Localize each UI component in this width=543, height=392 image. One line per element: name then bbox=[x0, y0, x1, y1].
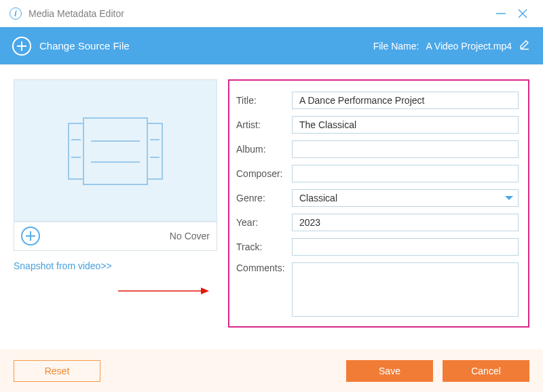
title-label: Title: bbox=[236, 95, 292, 106]
title-input[interactable] bbox=[292, 92, 519, 109]
composer-label: Composer: bbox=[236, 168, 292, 179]
snapshot-from-video-link[interactable]: Snapshot from video>> bbox=[14, 260, 112, 271]
cancel-button[interactable]: Cancel bbox=[443, 360, 529, 382]
app-title: Media Metadata Editor bbox=[29, 8, 490, 19]
no-cover-label: No Cover bbox=[170, 231, 210, 241]
content-area: No Cover Snapshot from video>> Title: Ar… bbox=[0, 64, 543, 349]
footer-bar: Reset Save Cancel bbox=[0, 349, 543, 392]
svg-marker-5 bbox=[201, 288, 209, 294]
cover-column: No Cover Snapshot from video>> bbox=[14, 79, 217, 349]
artist-input[interactable] bbox=[292, 116, 519, 134]
metadata-form-highlight: Title: Artist: Album: Composer: Genre: bbox=[228, 79, 529, 328]
comments-label: Comments: bbox=[236, 262, 292, 273]
file-name-label: File Name: bbox=[373, 41, 419, 52]
film-frame-icon bbox=[68, 117, 163, 185]
track-label: Track: bbox=[236, 241, 292, 252]
year-label: Year: bbox=[236, 217, 292, 228]
change-source-file-button[interactable]: Change Source File bbox=[12, 37, 130, 56]
album-label: Album: bbox=[236, 144, 292, 155]
cover-box: No Cover bbox=[14, 79, 217, 251]
add-cover-button[interactable] bbox=[21, 227, 40, 246]
genre-select-value[interactable] bbox=[292, 189, 519, 207]
info-icon: i bbox=[10, 7, 22, 20]
genre-select[interactable] bbox=[292, 189, 519, 207]
genre-label: Genre: bbox=[236, 193, 292, 203]
edit-filename-button[interactable] bbox=[519, 39, 531, 53]
change-source-label: Change Source File bbox=[39, 40, 130, 52]
file-name-value: A Video Project.mp4 bbox=[426, 41, 512, 52]
cover-bottom-bar: No Cover bbox=[14, 221, 217, 250]
track-input[interactable] bbox=[292, 238, 519, 256]
album-input[interactable] bbox=[292, 140, 519, 158]
file-name-section: File Name: A Video Project.mp4 bbox=[373, 39, 531, 53]
toolbar: Change Source File File Name: A Video Pr… bbox=[0, 27, 543, 64]
comments-input[interactable] bbox=[292, 262, 519, 317]
plus-icon bbox=[12, 37, 31, 56]
minimize-button[interactable] bbox=[490, 3, 512, 24]
metadata-form-column: Title: Artist: Album: Composer: Genre: bbox=[228, 79, 529, 349]
annotation-arrow-icon bbox=[115, 285, 217, 299]
artist-label: Artist: bbox=[236, 119, 292, 130]
cover-preview bbox=[14, 80, 217, 222]
close-button[interactable] bbox=[512, 3, 533, 24]
reset-button[interactable]: Reset bbox=[14, 360, 100, 382]
year-input[interactable] bbox=[292, 214, 519, 231]
save-button[interactable]: Save bbox=[346, 360, 433, 382]
titlebar: i Media Metadata Editor bbox=[0, 0, 543, 27]
composer-input[interactable] bbox=[292, 165, 519, 182]
